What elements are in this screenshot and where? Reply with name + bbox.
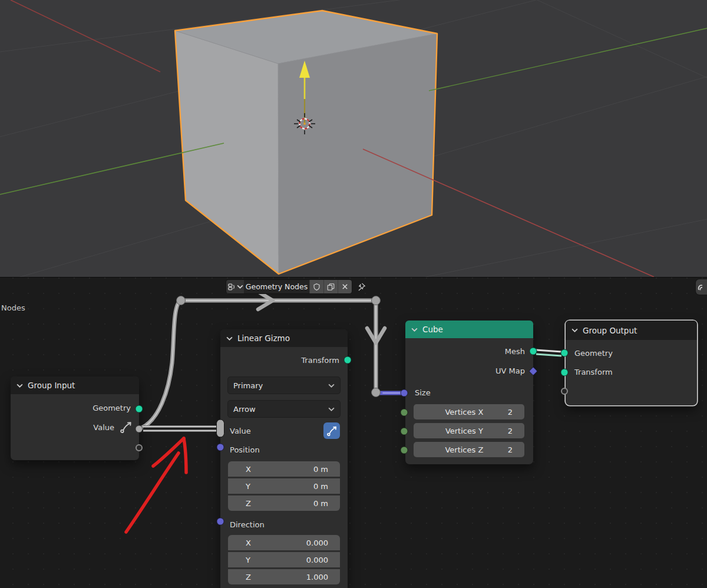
link-value-double <box>143 427 219 431</box>
position-y-field[interactable]: Y 0 m <box>228 478 340 494</box>
editor-title-overlay: Nodes <box>1 303 25 312</box>
socket-linear-gizmo-direction-in[interactable] <box>217 518 224 526</box>
socket-cube-vertices-y-in[interactable] <box>401 428 408 435</box>
output-row-uvmap: UV Map <box>405 361 533 381</box>
collapse-chevron-icon[interactable] <box>571 328 578 332</box>
node-group-output[interactable]: Group Output Geometry Transform <box>566 321 697 405</box>
dropdown-value: Primary <box>233 381 328 390</box>
position-fields: X 0 m Y 0 m Z 0 m <box>228 461 340 511</box>
input-row-value: Value <box>220 421 348 440</box>
position-x-field[interactable]: X 0 m <box>228 461 340 477</box>
node-tree-type-button[interactable] <box>226 280 244 293</box>
collapse-chevron-icon[interactable] <box>411 328 418 332</box>
vertices-y-field[interactable]: Vertices Y 2 <box>414 423 524 438</box>
output-row-geometry: Geometry <box>11 398 139 417</box>
node-title: Group Input <box>28 381 75 390</box>
fake-user-button[interactable] <box>309 280 323 293</box>
node-title: Linear Gizmo <box>237 333 290 343</box>
axis-label: X <box>246 539 251 547</box>
output-label: Value <box>93 423 114 432</box>
direction-z-field[interactable]: Z 1.000 <box>228 569 340 584</box>
unlink-button[interactable] <box>338 280 352 293</box>
output-row-transform: Transform <box>220 349 348 371</box>
node-header-cube[interactable]: Cube <box>405 321 533 338</box>
shield-icon <box>313 283 321 291</box>
socket-linear-gizmo-position-in[interactable] <box>217 444 224 451</box>
output-row-value: Value <box>11 417 139 437</box>
node-header-group-output[interactable]: Group Output <box>566 321 697 340</box>
socket-group-input-value-out[interactable] <box>136 425 143 433</box>
output-label: UV Map <box>495 366 525 375</box>
input-label: Geometry <box>574 349 613 358</box>
node-header-linear-gizmo[interactable]: Linear Gizmo <box>220 329 348 347</box>
gizmo-style-dropdown[interactable]: Arrow <box>227 400 341 418</box>
field-value: 0 m <box>313 499 328 508</box>
link-arrow-down <box>367 328 385 343</box>
node-linear-gizmo[interactable]: Linear Gizmo Transform Primary Arrow Val… <box>220 329 348 588</box>
socket-group-input-extend[interactable] <box>136 444 143 451</box>
socket-group-output-geometry-in[interactable] <box>561 349 569 357</box>
link-mesh-geometry-double <box>536 350 561 352</box>
chevron-down-icon <box>328 407 335 411</box>
socket-cube-vertices-z-in[interactable] <box>401 447 408 454</box>
input-label: Size <box>415 388 431 397</box>
snapping-icon-button[interactable] <box>696 279 707 295</box>
pin-button[interactable] <box>355 280 368 293</box>
input-row-position: Position <box>220 440 348 459</box>
axis-label: Y <box>246 556 250 564</box>
direction-y-field[interactable]: Y 0.000 <box>228 552 340 567</box>
input-label: Position <box>230 445 260 454</box>
socket-cube-size-in[interactable] <box>401 389 408 397</box>
socket-group-input-geometry-out[interactable] <box>136 405 143 413</box>
collapse-chevron-icon[interactable] <box>16 384 23 388</box>
input-row-geometry: Geometry <box>566 343 697 362</box>
gizmo-dial-icon <box>326 425 338 437</box>
collapse-chevron-icon[interactable] <box>226 336 233 341</box>
axis-label: Z <box>246 499 251 508</box>
socket-group-output-extend[interactable] <box>561 388 568 395</box>
field-value: 1.000 <box>306 573 328 582</box>
geometry-node-editor[interactable]: Nodes Geometry Nodes <box>0 277 707 588</box>
chevron-down-icon <box>328 384 335 388</box>
direction-fields: X 0.000 Y 0.000 Z 1.000 <box>228 535 340 584</box>
node-tree-name-field[interactable]: Geometry Nodes <box>244 280 309 293</box>
input-label: Transform <box>574 368 613 376</box>
field-label: Vertices Z <box>417 445 511 454</box>
3d-viewport[interactable] <box>0 0 707 277</box>
node-tree-selector: Geometry Nodes <box>226 280 352 293</box>
node-group-input[interactable]: Group Input Geometry Value <box>11 376 139 460</box>
gizmo-toggle-button[interactable] <box>323 422 340 439</box>
field-value: 0 m <box>313 482 328 491</box>
node-cube[interactable]: Cube Mesh UV Map Size Vertices X 2 Verti… <box>405 321 533 464</box>
field-label: Vertices X <box>417 408 511 417</box>
field-value: 0.000 <box>306 539 328 547</box>
pin-icon <box>357 282 366 291</box>
vertices-x-field[interactable]: Vertices X 2 <box>414 404 524 419</box>
axis-label: Y <box>246 482 250 491</box>
duplicate-icon <box>327 283 335 291</box>
field-value: 0.000 <box>306 556 328 564</box>
dropdown-value: Arrow <box>233 405 328 414</box>
position-z-field[interactable]: Z 0 m <box>228 495 340 511</box>
vertices-z-field[interactable]: Vertices Z 2 <box>414 442 524 457</box>
input-row-transform: Transform <box>566 362 697 382</box>
socket-cube-vertices-x-in[interactable] <box>401 409 408 417</box>
gizmo-role-dropdown[interactable]: Primary <box>227 376 341 394</box>
blender-window: Nodes Geometry Nodes <box>0 0 707 588</box>
input-label: Value <box>230 427 251 435</box>
axis-label: Z <box>246 573 251 582</box>
node-title: Group Output <box>583 326 637 335</box>
new-node-tree-button[interactable] <box>323 280 338 293</box>
chevron-down-icon <box>237 285 243 289</box>
gizmo-dial-icon <box>120 421 133 434</box>
socket-group-output-transform-in[interactable] <box>561 369 569 376</box>
node-header-group-input[interactable]: Group Input <box>11 376 139 394</box>
socket-cube-mesh-out[interactable] <box>530 348 537 355</box>
node-title: Cube <box>422 325 443 334</box>
direction-x-field[interactable]: X 0.000 <box>228 535 340 550</box>
field-value: 0 m <box>313 465 328 474</box>
snap-magnet-icon <box>697 282 706 292</box>
socket-linear-gizmo-transform-out[interactable] <box>344 356 352 364</box>
output-row-mesh: Mesh <box>405 342 533 361</box>
socket-linear-gizmo-value-in[interactable] <box>216 419 224 438</box>
